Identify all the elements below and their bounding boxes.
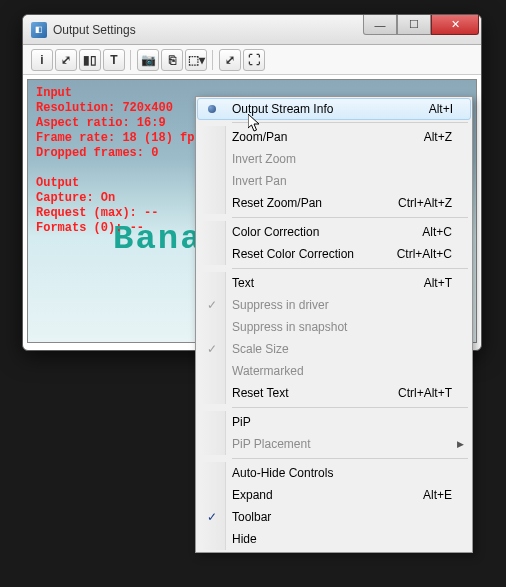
menu-gutter: [198, 272, 226, 294]
menu-gutter: [198, 99, 226, 119]
menu-item-label: Reset Color Correction: [232, 247, 397, 261]
menu-item-pip-placement: PiP Placement▶: [198, 433, 470, 455]
menu-item-zoom-pan[interactable]: Zoom/PanAlt+Z: [198, 126, 470, 148]
menu-item-reset-color-correction[interactable]: Reset Color CorrectionCtrl+Alt+C: [198, 243, 470, 265]
menu-item-output-stream-info[interactable]: Output Stream InfoAlt+I: [197, 98, 471, 120]
menu-item-accelerator: Ctrl+Alt+T: [398, 386, 452, 400]
menu-item-label: Reset Text: [232, 386, 398, 400]
menu-gutter: [198, 528, 226, 550]
menu-item-label: Expand: [232, 488, 423, 502]
menu-gutter: [198, 360, 226, 382]
menu-item-accelerator: Alt+E: [423, 488, 452, 502]
snapshot-icon[interactable]: 📷: [137, 49, 159, 71]
text-icon[interactable]: T: [103, 49, 125, 71]
window-title: Output Settings: [53, 23, 136, 37]
menu-item-accelerator: Alt+T: [424, 276, 452, 290]
menu-item-suppress-in-snapshot: Suppress in snapshot: [198, 316, 470, 338]
menu-item-accelerator: Ctrl+Alt+Z: [398, 196, 452, 210]
menu-item-label: Reset Zoom/Pan: [232, 196, 398, 210]
display-mode-icon[interactable]: ⬚▾: [185, 49, 207, 71]
menu-item-color-correction[interactable]: Color CorrectionAlt+C: [198, 221, 470, 243]
expand-icon[interactable]: ⤢: [219, 49, 241, 71]
zoom-icon[interactable]: ⤢: [55, 49, 77, 71]
titlebar[interactable]: ◧ Output Settings — ☐ ✕: [23, 15, 481, 45]
menu-item-label: Toolbar: [232, 510, 452, 524]
menu-gutter: [198, 192, 226, 214]
menu-item-label: Invert Pan: [232, 174, 452, 188]
toolbar-separator: [212, 50, 214, 70]
app-icon: ◧: [31, 22, 47, 38]
menu-item-expand[interactable]: ExpandAlt+E: [198, 484, 470, 506]
menu-gutter: [198, 221, 226, 243]
bullet-icon: [208, 105, 216, 113]
menu-separator: [232, 268, 468, 269]
color-icon[interactable]: ▮▯: [79, 49, 101, 71]
menu-item-toolbar[interactable]: ✓Toolbar: [198, 506, 470, 528]
menu-item-label: Invert Zoom: [232, 152, 452, 166]
menu-separator: [232, 217, 468, 218]
menu-gutter: [198, 433, 226, 455]
menu-gutter: [198, 382, 226, 404]
menu-gutter: [198, 126, 226, 148]
menu-item-scale-size: ✓Scale Size: [198, 338, 470, 360]
toolbar-separator: [130, 50, 132, 70]
minimize-button[interactable]: —: [363, 15, 397, 35]
maximize-button[interactable]: ☐: [397, 15, 431, 35]
close-button[interactable]: ✕: [431, 15, 479, 35]
menu-separator: [232, 407, 468, 408]
menu-gutter: [198, 316, 226, 338]
menu-gutter: [198, 170, 226, 192]
menu-item-label: Scale Size: [232, 342, 452, 356]
check-icon: ✓: [207, 298, 217, 312]
chevron-right-icon: ▶: [457, 439, 464, 449]
menu-gutter: [198, 243, 226, 265]
osd-overlay: Input Resolution: 720x400 Aspect ratio: …: [36, 86, 202, 236]
menu-separator: [232, 122, 468, 123]
info-icon[interactable]: i: [31, 49, 53, 71]
menu-item-label: Watermarked: [232, 364, 452, 378]
menu-gutter: ✓: [198, 506, 226, 528]
menu-gutter: [198, 462, 226, 484]
menu-item-label: Text: [232, 276, 424, 290]
check-icon: ✓: [207, 342, 217, 356]
menu-item-label: Hide: [232, 532, 452, 546]
copy-icon[interactable]: ⎘: [161, 49, 183, 71]
menu-item-accelerator: Ctrl+Alt+C: [397, 247, 452, 261]
check-icon: ✓: [207, 510, 217, 524]
menu-item-text[interactable]: TextAlt+T: [198, 272, 470, 294]
menu-item-label: Suppress in driver: [232, 298, 452, 312]
menu-item-auto-hide-controls[interactable]: Auto-Hide Controls: [198, 462, 470, 484]
menu-item-label: Color Correction: [232, 225, 422, 239]
menu-item-hide[interactable]: Hide: [198, 528, 470, 550]
menu-item-label: Zoom/Pan: [232, 130, 424, 144]
menu-item-reset-text[interactable]: Reset TextCtrl+Alt+T: [198, 382, 470, 404]
menu-item-invert-zoom: Invert Zoom: [198, 148, 470, 170]
menu-item-label: Suppress in snapshot: [232, 320, 452, 334]
menu-gutter: [198, 484, 226, 506]
menu-item-accelerator: Alt+C: [422, 225, 452, 239]
menu-item-label: Output Stream Info: [232, 102, 429, 116]
menu-item-label: PiP: [232, 415, 452, 429]
menu-item-reset-zoom-pan[interactable]: Reset Zoom/PanCtrl+Alt+Z: [198, 192, 470, 214]
menu-gutter: [198, 148, 226, 170]
window-controls: — ☐ ✕: [363, 15, 479, 35]
context-menu: Output Stream InfoAlt+IZoom/PanAlt+ZInve…: [195, 96, 473, 553]
menu-item-accelerator: Alt+Z: [424, 130, 452, 144]
menu-item-invert-pan: Invert Pan: [198, 170, 470, 192]
menu-gutter: ✓: [198, 338, 226, 360]
menu-gutter: [198, 411, 226, 433]
menu-item-watermarked: Watermarked: [198, 360, 470, 382]
menu-item-label: Auto-Hide Controls: [232, 466, 452, 480]
toolbar: i ⤢ ▮▯ T 📷 ⎘ ⬚▾ ⤢ ⛶: [23, 45, 481, 75]
menu-item-suppress-in-driver: ✓Suppress in driver: [198, 294, 470, 316]
menu-gutter: ✓: [198, 294, 226, 316]
menu-separator: [232, 458, 468, 459]
fullscreen-icon[interactable]: ⛶: [243, 49, 265, 71]
menu-item-pip[interactable]: PiP: [198, 411, 470, 433]
menu-item-accelerator: Alt+I: [429, 102, 453, 116]
menu-item-label: PiP Placement: [232, 437, 452, 451]
